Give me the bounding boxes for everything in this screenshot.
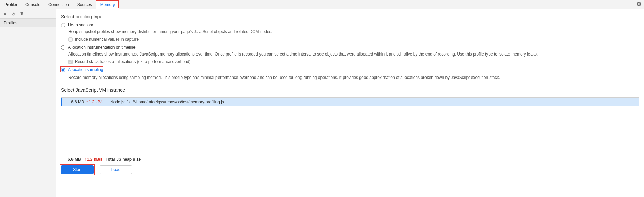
devtools-panel: Profiler Console Connection Sources Memo… xyxy=(0,0,644,197)
desc-allocation-sampling: Record memory allocations using sampling… xyxy=(68,74,644,81)
footer-stats: 6.6 MB 1.2 kB/s Total JS heap size xyxy=(61,157,639,162)
option-heap-snapshot: Heap snapshot Heap snapshot profiles sho… xyxy=(61,23,644,42)
clear-icon[interactable]: ⊘ xyxy=(11,11,15,16)
load-button[interactable]: Load xyxy=(100,165,132,174)
checkbox-record-stack-traces[interactable] xyxy=(68,60,73,64)
sidebar: ● ⊘ Profiles xyxy=(0,9,56,197)
select-profiling-type-title: Select profiling type xyxy=(61,14,644,19)
start-button[interactable]: Start xyxy=(61,165,94,174)
footer: 6.6 MB 1.2 kB/s Total JS heap size Start… xyxy=(61,157,639,174)
gear-icon[interactable] xyxy=(636,1,642,8)
label-heap-snapshot[interactable]: Heap snapshot xyxy=(68,23,96,27)
body-row: ● ⊘ Profiles Select profiling type Heap … xyxy=(0,9,644,197)
radio-allocation-sampling[interactable] xyxy=(61,68,65,72)
main-area: Select profiling type Heap snapshot Heap… xyxy=(56,9,644,197)
label-allocation-timeline[interactable]: Allocation instrumentation on timeline xyxy=(68,45,136,50)
tab-memory[interactable]: Memory xyxy=(96,0,119,9)
vm-size: 6.6 MB xyxy=(62,100,86,104)
vm-instance-row[interactable]: 6.6 MB 1.2 kB/s Node.js: file:///home/ra… xyxy=(61,98,639,106)
tab-console[interactable]: Console xyxy=(21,0,44,9)
select-vm-instance-title: Select JavaScript VM instance xyxy=(61,87,644,93)
checkbox-include-numerical[interactable] xyxy=(68,37,73,42)
desc-allocation-timeline: Allocation timelines show instrumented J… xyxy=(68,51,644,57)
tab-profiler[interactable]: Profiler xyxy=(0,0,21,9)
radio-allocation-timeline[interactable] xyxy=(61,45,65,50)
radio-heap-snapshot[interactable] xyxy=(61,23,65,27)
vm-instance-list[interactable]: 6.6 MB 1.2 kB/s Node.js: file:///home/ra… xyxy=(61,97,639,152)
sidebar-toolbar: ● ⊘ xyxy=(0,9,56,19)
vm-name: Node.js: file:///home/rafaelgss/repos/os… xyxy=(107,100,224,104)
label-allocation-sampling[interactable]: Allocation sampling xyxy=(68,67,103,72)
option-allocation-sampling: Allocation sampling Record memory alloca… xyxy=(61,67,644,81)
sidebar-item-profiles[interactable]: Profiles xyxy=(0,19,56,27)
tab-sources[interactable]: Sources xyxy=(73,0,96,9)
total-heap-rate: 1.2 kB/s xyxy=(84,157,102,162)
delete-icon[interactable] xyxy=(20,11,24,17)
record-icon[interactable]: ● xyxy=(4,11,6,16)
label-include-numerical: Include numerical values in capture xyxy=(75,37,139,42)
total-heap-label: Total JS heap size xyxy=(106,157,141,162)
desc-heap-snapshot: Heap snapshot profiles show memory distr… xyxy=(68,29,644,35)
label-record-stack-traces: Record stack traces of allocations (extr… xyxy=(75,59,191,64)
tab-bar: Profiler Console Connection Sources Memo… xyxy=(0,0,644,9)
vm-rate: 1.2 kB/s xyxy=(86,100,107,104)
total-heap-size: 6.6 MB xyxy=(68,157,81,162)
option-allocation-timeline: Allocation instrumentation on timeline A… xyxy=(61,45,644,64)
tab-connection[interactable]: Connection xyxy=(44,0,73,9)
